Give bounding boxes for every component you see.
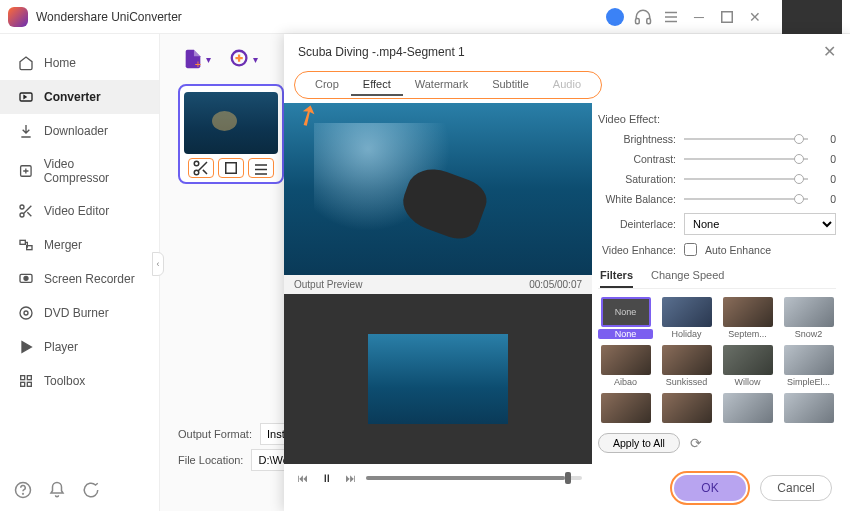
app-logo [8, 7, 28, 27]
crop-tool-button[interactable] [218, 158, 244, 178]
add-file-button[interactable]: + ▾ [182, 48, 211, 70]
collapse-sidebar-button[interactable]: ‹ [152, 252, 164, 276]
slider-contrast[interactable] [684, 158, 808, 160]
filter-thumb [723, 297, 773, 327]
filter-label: Willow [720, 377, 775, 387]
tab-crop[interactable]: Crop [303, 74, 351, 96]
filter-thumb [662, 393, 712, 423]
chevron-down-icon: ▾ [206, 54, 211, 65]
sidebar-item-label: Player [44, 340, 78, 354]
sidebar-item-dvd-burner[interactable]: DVD Burner [0, 296, 159, 330]
sidebar-item-screen-recorder[interactable]: Screen Recorder [0, 262, 159, 296]
slider-saturation[interactable] [684, 178, 808, 180]
svg-rect-5 [722, 11, 733, 22]
slider-label-3: White Balance: [598, 193, 676, 205]
help-icon[interactable] [14, 481, 32, 499]
filter-item-Septem...[interactable]: Septem... [720, 297, 775, 339]
auto-enhance-label: Auto Enhance [705, 244, 771, 256]
compress-icon [18, 163, 34, 179]
subtab-change-speed[interactable]: Change Speed [651, 264, 724, 288]
slider-label-2: Saturation: [598, 173, 676, 185]
prev-frame-button[interactable]: ⏮ [294, 470, 310, 486]
menu-icon[interactable] [662, 8, 680, 26]
deinterlace-select[interactable]: None [684, 213, 836, 235]
filter-item-Holiday[interactable]: Holiday [659, 297, 714, 339]
bell-icon[interactable] [48, 481, 66, 499]
slider-whitebalance[interactable] [684, 198, 808, 200]
cancel-button[interactable]: Cancel [760, 475, 832, 501]
svg-point-28 [194, 170, 199, 175]
output-preview-label: Output Preview [294, 279, 362, 290]
avatar[interactable] [606, 8, 624, 26]
sidebar-item-video-compressor[interactable]: Video Compressor [0, 148, 159, 194]
filter-item-11[interactable] [781, 393, 836, 423]
filter-thumb [662, 345, 712, 375]
svg-rect-0 [636, 18, 640, 23]
deinterlace-label: Deinterlace: [598, 218, 676, 230]
sidebar-item-converter[interactable]: Converter [0, 80, 159, 114]
headphone-icon[interactable] [634, 8, 652, 26]
titlebar: Wondershare UniConverter ─ ✕ [0, 0, 850, 34]
svg-text:+: + [195, 58, 201, 70]
filter-label: Sunkissed [659, 377, 714, 387]
play-icon [18, 339, 34, 355]
diver-silhouette [396, 161, 492, 245]
home-icon [18, 55, 34, 71]
filter-subtabs: FiltersChange Speed [598, 264, 836, 289]
sidebar-item-downloader[interactable]: Downloader [0, 114, 159, 148]
sidebar-item-home[interactable]: Home [0, 46, 159, 80]
grid-icon [18, 373, 34, 389]
filter-item-Sunkissed[interactable]: Sunkissed [659, 345, 714, 387]
feedback-icon[interactable] [82, 481, 100, 499]
filter-item-10[interactable] [720, 393, 775, 423]
play-pause-button[interactable]: ⏸ [318, 470, 334, 486]
output-format-label: Output Format: [178, 428, 252, 440]
timeline-slider[interactable] [366, 476, 582, 480]
filter-item-SimpleEl...[interactable]: SimpleEl... [781, 345, 836, 387]
svg-rect-22 [27, 382, 31, 386]
modal-close-button[interactable]: ✕ [823, 42, 836, 61]
refresh-icon[interactable]: ⟳ [690, 435, 702, 451]
video-thumbnail-card[interactable] [178, 84, 284, 184]
sidebar-item-video-editor[interactable]: Video Editor [0, 194, 159, 228]
sidebar-item-player[interactable]: Player [0, 330, 159, 364]
sidebar-item-label: Video Editor [44, 204, 109, 218]
tab-subtitle[interactable]: Subtitle [480, 74, 541, 96]
ok-button[interactable]: OK [674, 475, 746, 501]
svg-point-27 [194, 161, 199, 166]
effect-tool-button[interactable] [248, 158, 274, 178]
slider-value-3: 0 [816, 193, 836, 205]
filter-item-8[interactable] [598, 393, 653, 423]
slider-brightness[interactable] [684, 138, 808, 140]
download-icon [18, 123, 34, 139]
add-folder-button[interactable]: ▾ [229, 48, 258, 70]
close-icon[interactable]: ✕ [746, 8, 764, 26]
trim-tool-button[interactable] [188, 158, 214, 178]
svg-rect-12 [20, 240, 25, 244]
video-thumbnail-image [184, 92, 278, 154]
subtab-filters[interactable]: Filters [600, 264, 633, 288]
sidebar-item-toolbox[interactable]: Toolbox [0, 364, 159, 398]
minimize-icon[interactable]: ─ [690, 8, 708, 26]
slider-label-0: Brightness: [598, 133, 676, 145]
record-icon [18, 271, 34, 287]
auto-enhance-checkbox[interactable] [684, 243, 697, 256]
file-location-label: File Location: [178, 454, 243, 466]
apply-to-all-button[interactable]: Apply to All [598, 433, 680, 453]
filter-item-Aibao[interactable]: Aibao [598, 345, 653, 387]
tab-effect[interactable]: Effect [351, 74, 403, 96]
slider-value-2: 0 [816, 173, 836, 185]
tab-watermark[interactable]: Watermark [403, 74, 480, 96]
disc-icon [18, 305, 34, 321]
filter-item-Snow2[interactable]: Snow2 [781, 297, 836, 339]
sidebar-item-merger[interactable]: Merger [0, 228, 159, 262]
filter-item-Willow[interactable]: Willow [720, 345, 775, 387]
slider-value-0: 0 [816, 133, 836, 145]
filter-item-None[interactable]: NoneNone [598, 297, 653, 339]
filter-item-9[interactable] [659, 393, 714, 423]
filter-thumb [784, 297, 834, 327]
next-frame-button[interactable]: ⏭ [342, 470, 358, 486]
filter-label: Snow2 [781, 329, 836, 339]
filter-label: None [598, 329, 653, 339]
maximize-icon[interactable] [718, 8, 736, 26]
